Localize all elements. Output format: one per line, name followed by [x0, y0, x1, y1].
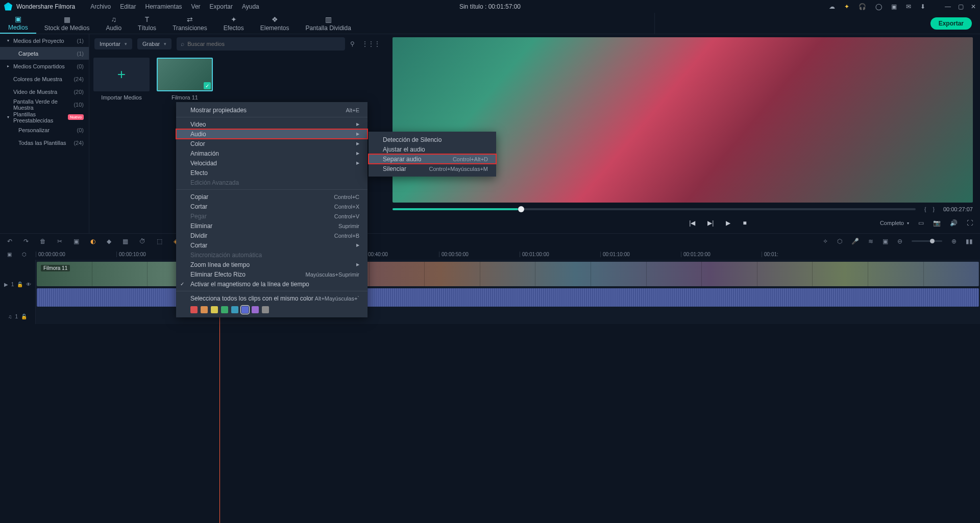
ruler-mode-icon[interactable]: ▣: [7, 252, 12, 257]
ctx-zoom-timeline[interactable]: Zoom línea de tiempo▶: [176, 260, 368, 269]
zoom-in-icon[interactable]: ⊕: [951, 238, 957, 245]
sidebar-item-green-screen[interactable]: Pantalla Verde de Muestra(10): [0, 98, 89, 111]
color-swatch[interactable]: [231, 306, 238, 313]
filter-icon[interactable]: ⚲: [350, 40, 355, 47]
preview-canvas[interactable]: [393, 37, 973, 203]
media-clip-cell[interactable]: Filmora 11: [157, 58, 213, 101]
stop-icon[interactable]: ■: [743, 219, 746, 227]
tab-titulos[interactable]: TTítulos: [130, 13, 164, 34]
step-back-icon[interactable]: ▶|: [707, 219, 714, 227]
color-swatch[interactable]: [201, 306, 208, 313]
ctx-animation[interactable]: Animación▶: [176, 148, 368, 158]
mixer-icon[interactable]: ≋: [868, 238, 873, 245]
media-search[interactable]: ⌕: [177, 37, 345, 51]
sparkle-icon[interactable]: ✧: [823, 238, 828, 245]
scrub-knob[interactable]: [518, 206, 524, 212]
record-dropdown[interactable]: Grabar: [137, 38, 172, 49]
cloud-icon[interactable]: ☁: [829, 3, 835, 10]
color-swatch[interactable]: [241, 306, 249, 313]
ctx-ripple-delete[interactable]: Eliminar Efecto RizoMayúsculas+Suprimir: [176, 269, 368, 279]
speed-icon[interactable]: ◐: [90, 238, 95, 245]
lock-icon[interactable]: 🔓: [21, 314, 27, 319]
menu-herramientas[interactable]: Herramientas: [145, 3, 182, 10]
sidebar-item-folder[interactable]: Carpeta(1): [0, 47, 89, 60]
zoom-out-icon[interactable]: ⊖: [897, 238, 902, 245]
tab-stock[interactable]: ▦Stock de Medios: [36, 13, 98, 34]
track-header[interactable]: ▶ 1 🔓 👁: [0, 260, 36, 309]
scrub-track[interactable]: [393, 208, 916, 210]
delete-icon[interactable]: 🗑: [40, 238, 46, 245]
sidebar-item-sample-colors[interactable]: Colores de Muestra(24): [0, 72, 89, 85]
zoom-slider[interactable]: [912, 240, 942, 242]
speed-ctrl-icon[interactable]: ⏱: [139, 238, 145, 245]
ctx-select-same-color[interactable]: Selecciona todos los clips con el mismo …: [176, 293, 368, 303]
import-dropdown[interactable]: Importar: [94, 38, 132, 49]
color-icon[interactable]: ◆: [107, 238, 111, 245]
ctx-detach-audio[interactable]: Separar audioControl+Alt+D: [369, 154, 496, 164]
mail-icon[interactable]: ✉: [906, 3, 911, 10]
snapshot-icon[interactable]: 📷: [933, 219, 941, 227]
minimize-icon[interactable]: —: [945, 3, 951, 10]
crop-icon[interactable]: ▣: [74, 238, 79, 245]
clip-thumbnail[interactable]: [157, 58, 213, 91]
volume-icon[interactable]: 🔊: [950, 219, 958, 227]
ctx-mute[interactable]: SilenciarControl+Mayúsculas+M: [369, 164, 496, 173]
tab-audio[interactable]: ♫Audio: [97, 13, 130, 34]
tab-elementos[interactable]: ❖Elementos: [252, 13, 298, 34]
ctx-delete[interactable]: EliminarSuprimir: [176, 221, 368, 231]
sidebar-item-sample-video[interactable]: Video de Muestra(20): [0, 85, 89, 98]
ctx-video[interactable]: Video▶: [176, 119, 368, 129]
mark-out-icon[interactable]: ｝: [932, 205, 938, 214]
timeline-ruler[interactable]: ▣ ⬡ 00:00:00:00 00:00:10:00 00:00:40:00 …: [0, 248, 980, 260]
search-input[interactable]: [187, 41, 341, 47]
fullscreen-icon[interactable]: ⛶: [967, 219, 973, 227]
zoom-fit-icon[interactable]: ▮▮: [966, 238, 973, 245]
ctx-speed[interactable]: Velocidad▶: [176, 158, 368, 168]
ctx-show-properties[interactable]: Mostrar propiedadesAlt+E: [176, 105, 368, 115]
zoom-knob[interactable]: [930, 239, 935, 243]
lock-icon[interactable]: 🔓: [17, 282, 23, 287]
close-icon[interactable]: ✕: [971, 3, 976, 10]
mark-in-icon[interactable]: ｛: [921, 205, 927, 214]
download-icon[interactable]: ⬇: [920, 3, 925, 10]
render-icon[interactable]: ⬚: [157, 238, 162, 245]
color-swatch[interactable]: [190, 306, 198, 313]
ctx-adjust-audio[interactable]: Ajustar el audio: [369, 144, 496, 154]
marker-icon[interactable]: ▣: [883, 238, 888, 245]
mic-icon[interactable]: 🎤: [851, 238, 859, 245]
panel-icon[interactable]: ▣: [891, 3, 897, 10]
display-icon[interactable]: ▭: [918, 219, 924, 227]
tab-medios[interactable]: ▣Medios: [0, 13, 36, 34]
prev-frame-icon[interactable]: |◀: [689, 219, 695, 227]
account-icon[interactable]: ◯: [875, 3, 882, 10]
track-header[interactable]: ♫ 1 🔓: [0, 309, 36, 324]
ctx-trim[interactable]: Cortar▶: [176, 240, 368, 250]
color-swatch[interactable]: [211, 306, 218, 313]
tab-transiciones[interactable]: ⇄Transiciones: [164, 13, 215, 34]
menu-ver[interactable]: Ver: [191, 3, 201, 10]
sidebar-item-shared[interactable]: ▸Medios Compartidos(0): [0, 60, 89, 72]
lightbulb-icon[interactable]: ✦: [844, 3, 849, 10]
ctx-cut[interactable]: CortarControl+X: [176, 202, 368, 211]
headphones-icon[interactable]: 🎧: [859, 3, 866, 10]
maximize-icon[interactable]: ▢: [958, 3, 964, 10]
menu-exportar[interactable]: Exportar: [210, 3, 233, 10]
eye-icon[interactable]: 👁: [26, 282, 31, 287]
sidebar-item-templates[interactable]: ▾Plantillas PreestablecidasNuevo: [0, 111, 89, 123]
ctx-copy[interactable]: CopiarControl+C: [176, 192, 368, 202]
sidebar-item-custom[interactable]: Personalizar(0): [0, 123, 89, 136]
redo-icon[interactable]: ↷: [23, 238, 29, 245]
shield-icon[interactable]: ⬡: [837, 238, 842, 245]
menu-archivo[interactable]: Archivo: [90, 3, 111, 10]
sidebar-item-all-templates[interactable]: Todas las Plantillas(24): [0, 136, 89, 149]
ctx-split[interactable]: DividirControl+B: [176, 231, 368, 240]
magnet-icon[interactable]: ⬡: [22, 252, 27, 257]
ctx-snap-toggle[interactable]: ✓Activar el magnetismo de la línea de ti…: [176, 279, 368, 289]
color-swatch[interactable]: [221, 306, 228, 313]
undo-icon[interactable]: ↶: [7, 238, 12, 245]
split-icon[interactable]: ✂: [57, 238, 62, 245]
menu-editar[interactable]: Editar: [120, 3, 136, 10]
tab-efectos[interactable]: ✦Efectos: [215, 13, 252, 34]
export-button[interactable]: Exportar: [930, 17, 972, 30]
tab-split-screen[interactable]: ▥Pantalla Dividida: [297, 13, 359, 34]
